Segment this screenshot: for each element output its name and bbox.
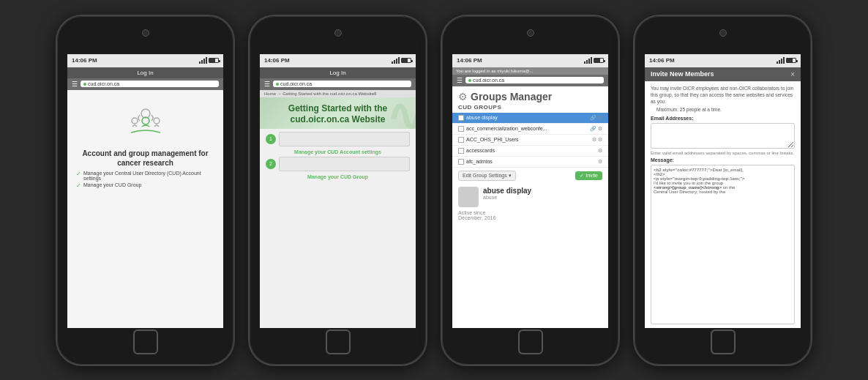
modal-description: You may invite OICR employees and non-OI… — [651, 85, 795, 105]
group-detail-sub: abuse — [483, 195, 531, 200]
url-text-3: cud.oicr.on.ca — [473, 78, 504, 83]
group-name-3: accesscards — [466, 148, 596, 153]
url-bar-2[interactable]: cud.oicr.on.ca — [273, 81, 411, 87]
group-name-0: abuse display — [466, 115, 588, 120]
home-item-1: ✓ Manage your Central User Directory (CU… — [73, 171, 217, 181]
group-checkbox-2[interactable] — [458, 137, 464, 143]
group-actions-2: ⚙ ⚙ — [592, 137, 602, 143]
modal-title: Invite New Members — [651, 70, 714, 78]
edit-section: Edit Group Settings ▾ ✓ Invite — [452, 168, 608, 184]
phone-3: 14:06 PM You are logged in as miyuki.fuk… — [441, 15, 620, 366]
status-bar-4: 14:06 PM — [645, 54, 801, 67]
url-bar-1[interactable]: cud.oicr.on.ca — [81, 81, 219, 87]
group-actions-0: 🔗 ⚙ — [590, 115, 602, 121]
url-text-1: cud.oicr.on.ca — [88, 81, 119, 86]
group-icon-gear-3[interactable]: ⚙ — [598, 148, 602, 154]
url-bar-3[interactable]: cud.oicr.on.ca — [465, 77, 604, 83]
group-avatar — [458, 187, 479, 207]
hamburger-icon-3[interactable]: ☰ — [457, 77, 463, 84]
group-name-1: acc_commercialization_webconfe... — [466, 126, 588, 131]
check-icon-2: ✓ — [76, 182, 81, 189]
hamburger-icon[interactable]: ☰ — [72, 81, 78, 88]
group-row-4[interactable]: afc_admins ⚙ — [452, 157, 608, 168]
phone-4: 14:06 PM Invite New Members × You may in… — [633, 15, 812, 366]
group-icon-link-1[interactable]: 🔗 — [590, 126, 596, 132]
message-label: Message: — [651, 157, 795, 163]
active-since: Active since December, 2016 — [452, 210, 608, 220]
step-num-1: 1 — [266, 134, 276, 144]
group-icon-link-2[interactable]: ⚙ — [592, 137, 596, 143]
signal-icon-2 — [392, 58, 400, 64]
group-checkbox-3[interactable] — [458, 148, 464, 154]
nav-login-1[interactable]: Log In — [67, 67, 223, 78]
group-icon-gear-2[interactable]: ⚙ — [598, 137, 602, 143]
email-addresses-label: Email Addresses: — [651, 116, 795, 121]
secure-icon — [83, 83, 86, 86]
group-row-1[interactable]: acc_commercialization_webconfe... 🔗 ⚙ — [452, 124, 608, 135]
steps-section: 1 Manage your CUD Account settings 2 Man… — [260, 129, 416, 182]
modal-close-button[interactable]: × — [790, 70, 795, 78]
group-checkbox-4[interactable] — [458, 159, 464, 165]
group-actions-1: 🔗 ⚙ — [590, 126, 602, 132]
group-icon-link-0[interactable]: 🔗 — [590, 115, 596, 121]
status-icons-4 — [777, 58, 796, 64]
status-time-4: 14:06 PM — [649, 57, 675, 64]
group-icon-gear-1[interactable]: ⚙ — [598, 126, 602, 132]
hero-section: ∿ Getting Started with the cud.oicr.on.c… — [260, 97, 416, 129]
signal-icon-3 — [584, 58, 592, 64]
group-name-4: afc_admins — [466, 159, 596, 164]
browser-bar-1: ☰ cud.oicr.on.ca — [67, 78, 223, 90]
nav-login-2[interactable]: Log In — [260, 67, 416, 78]
group-name-2: ACC_OHS_PHI_Users — [466, 137, 590, 142]
group-checkbox-0[interactable] — [458, 115, 464, 121]
status-bar-3: 14:06 PM — [452, 54, 608, 67]
hero-title: Getting Started with the cud.oicr.on.ca … — [266, 103, 410, 126]
home-item-text-1: Manage your Central User Directory (CUD)… — [83, 171, 217, 181]
logged-bar: You are logged in as miyuki.fukuma@... — [452, 67, 608, 75]
active-since-label: Active since — [458, 210, 485, 215]
groups-header: ⚙ Groups Manager — [452, 86, 608, 104]
status-time-3: 14:06 PM — [457, 57, 482, 64]
email-addresses-input[interactable] — [651, 123, 795, 149]
svg-point-0 — [141, 109, 150, 118]
group-row-3[interactable]: accesscards ⚙ — [452, 146, 608, 157]
group-checkbox-1[interactable] — [458, 126, 464, 132]
browser-bar-3: ☰ cud.oicr.on.ca — [452, 75, 608, 86]
group-icon-gear-4[interactable]: ⚙ — [598, 159, 602, 165]
group-actions-3: ⚙ — [598, 148, 602, 154]
status-icons-1 — [199, 58, 219, 64]
phone-2: 14:06 PM Log In ☰ cud.oicr.on.ca Home → … — [248, 15, 427, 366]
svg-point-1 — [132, 118, 138, 124]
group-list: abuse display 🔗 ⚙ acc_commercialization_… — [452, 113, 608, 168]
edit-group-settings-button[interactable]: Edit Group Settings ▾ — [458, 171, 516, 181]
group-detail-info: abuse display abuse — [483, 187, 531, 200]
email-hint: Enter valid email addresses separated by… — [651, 151, 795, 155]
group-icon-gear-0[interactable]: ⚙ — [598, 115, 602, 121]
modal-bullet: Maximum: 25 people at a time. — [651, 107, 795, 112]
step-item-1: 1 — [266, 132, 410, 146]
modal-body: You may invite OICR employees and non-OI… — [645, 81, 801, 328]
url-text-2: cud.oicr.on.ca — [280, 81, 312, 86]
home-item-text-2: Manage your CUD Group — [83, 182, 141, 187]
home-title: Account and group management for cancer … — [73, 149, 217, 168]
home-screen-content: Account and group management for cancer … — [67, 90, 223, 328]
status-icons-2 — [392, 58, 411, 64]
step-num-2: 2 — [266, 159, 276, 169]
group-detail-name: abuse display — [483, 187, 531, 195]
invite-button[interactable]: ✓ Invite — [575, 171, 602, 180]
screen-1: 14:06 PM Log In ☰ cud.oicr.on.ca — [67, 54, 223, 328]
signal-icon-4 — [777, 58, 785, 64]
screen-4: 14:06 PM Invite New Members × You may in… — [645, 54, 801, 328]
status-icons-3 — [584, 58, 604, 64]
battery-icon-3 — [594, 58, 604, 63]
step-item-2: 2 — [266, 157, 410, 171]
group-row-2[interactable]: ACC_OHS_PHI_Users ⚙ ⚙ — [452, 135, 608, 146]
group-row-0[interactable]: abuse display 🔗 ⚙ — [452, 113, 608, 124]
message-content: <h2 style="color:#777777;">Dear [to_emai… — [651, 165, 795, 324]
hamburger-icon-2[interactable]: ☰ — [264, 81, 270, 88]
group-actions-4: ⚙ — [598, 159, 602, 165]
svg-point-2 — [154, 118, 160, 124]
browser-bar-2: ☰ cud.oicr.on.ca — [260, 78, 416, 90]
step-box-2 — [279, 157, 410, 171]
status-time-1: 14:06 PM — [72, 57, 97, 64]
